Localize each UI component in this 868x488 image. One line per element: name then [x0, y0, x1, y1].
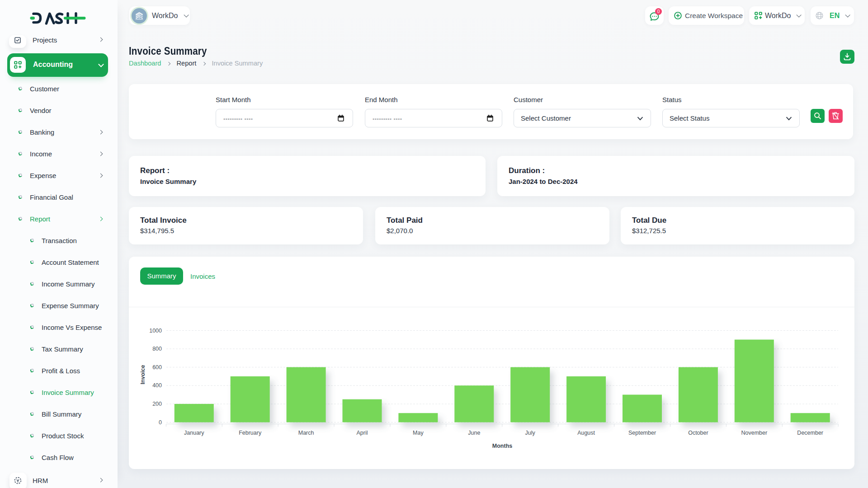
svg-text:January: January	[184, 430, 204, 436]
svg-text:400: 400	[152, 382, 162, 389]
svg-text:800: 800	[152, 346, 162, 352]
svg-text:March: March	[298, 430, 314, 436]
svg-text:July: July	[525, 430, 536, 436]
svg-text:November: November	[741, 430, 767, 436]
svg-text:September: September	[628, 430, 656, 436]
svg-text:200: 200	[152, 401, 162, 407]
svg-text:0: 0	[159, 419, 162, 426]
svg-text:October: October	[688, 430, 708, 436]
svg-text:August: August	[577, 430, 595, 436]
svg-text:Months: Months	[492, 443, 512, 449]
svg-text:May: May	[413, 430, 424, 436]
svg-text:December: December	[797, 430, 823, 436]
svg-text:February: February	[239, 430, 262, 436]
svg-text:April: April	[356, 430, 368, 436]
svg-text:1000: 1000	[149, 328, 162, 334]
svg-text:June: June	[468, 430, 480, 436]
svg-text:Invoice: Invoice	[140, 365, 146, 384]
svg-text:600: 600	[152, 364, 162, 371]
